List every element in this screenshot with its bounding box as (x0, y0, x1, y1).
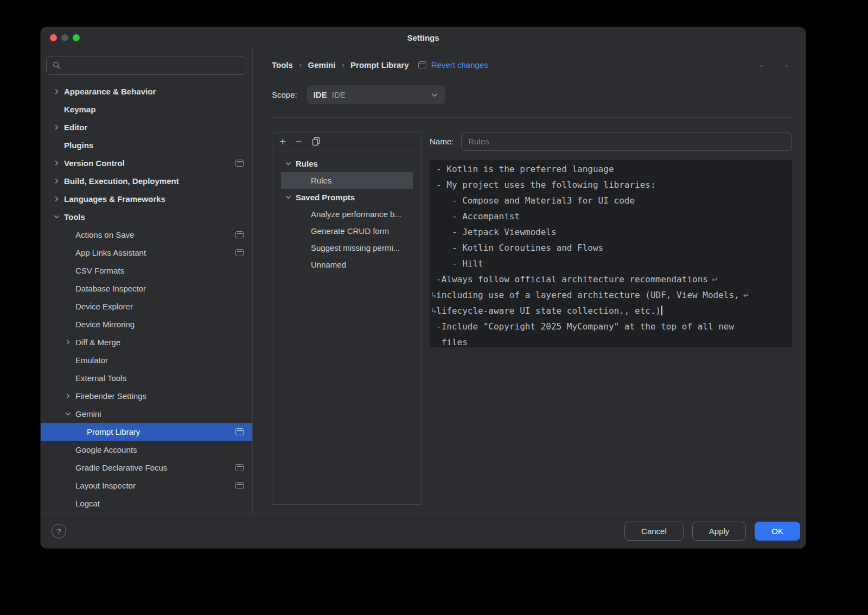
sidebar-item-prompt-library[interactable]: Prompt Library (41, 423, 252, 441)
name-input[interactable]: Rules (461, 132, 792, 151)
prompt-item-generate-crud-form[interactable]: Generate CRUD form (272, 223, 422, 239)
window-title: Settings (407, 33, 439, 42)
prompt-editor[interactable]: - Kotlin is the preferred language- My p… (430, 160, 792, 347)
sidebar-item-label: Actions on Save (75, 230, 235, 239)
sidebar-item-appearance-behavior[interactable]: Appearance & Behavior (41, 83, 252, 100)
sidebar-item-firebender-settings[interactable]: Firebender Settings (41, 387, 252, 405)
close-button[interactable] (50, 34, 57, 41)
editor-line-text: including use of a layered architecture … (436, 290, 739, 300)
copy-icon (311, 137, 321, 146)
settings-content: Tools›Gemini›Prompt Library Revert chang… (253, 48, 806, 513)
prompt-item-suggest-missing-permi[interactable]: Suggest missing permi... (272, 239, 422, 256)
chevron-down-icon[interactable] (53, 213, 64, 221)
sidebar-item-label: Layout Inspector (75, 481, 235, 490)
chevron-right-icon[interactable] (64, 338, 75, 346)
sidebar-item-layout-inspector[interactable]: Layout Inspector (41, 477, 252, 494)
chevron-right-icon[interactable] (53, 159, 64, 167)
chevron-right-icon[interactable] (53, 123, 64, 131)
ide-window-icon (235, 428, 244, 435)
sidebar-item-label: Device Explorer (75, 302, 244, 311)
sidebar-item-label: Device Mirroring (75, 320, 244, 329)
breadcrumb-item-tools[interactable]: Tools (272, 60, 293, 69)
sidebar-item-emulator[interactable]: Emulator (41, 351, 252, 369)
prompt-group-saved-prompts[interactable]: Saved Prompts (272, 189, 422, 206)
prompt-item-rules[interactable]: Rules (281, 172, 413, 189)
ide-window-icon (235, 482, 244, 489)
prompt-group-rules[interactable]: Rules (272, 155, 422, 172)
sidebar-item-label: Database Inspector (75, 284, 244, 293)
editor-line-text: - Jetpack Viewmodels (436, 227, 557, 237)
soft-wrap-icon: ↳ (431, 287, 437, 303)
sidebar-item-diff-merge[interactable]: Diff & Merge (41, 333, 252, 351)
sidebar-item-tools[interactable]: Tools (41, 208, 252, 226)
sidebar-item-label: Languages & Frameworks (64, 194, 244, 204)
scope-select[interactable]: IDE IDE (307, 85, 445, 104)
ide-window-icon (235, 464, 244, 471)
sidebar-item-gemini[interactable]: Gemini (41, 405, 252, 423)
sidebar-item-label: Gradle Declarative Focus (75, 463, 235, 472)
sidebar-item-label: App Links Assistant (75, 248, 235, 257)
chevron-down-icon[interactable] (64, 410, 75, 418)
sidebar-item-label: Plugins (64, 141, 244, 150)
prompt-item-unnamed[interactable]: Unnamed (272, 256, 422, 273)
ok-button[interactable]: OK (755, 522, 800, 541)
editor-line-text: - Hilt (436, 258, 483, 269)
breadcrumb: Tools›Gemini›Prompt Library (272, 60, 409, 69)
chevron-right-icon[interactable] (64, 392, 75, 400)
sidebar-item-plugins[interactable]: Plugins (41, 136, 252, 154)
sidebar-item-languages-frameworks[interactable]: Languages & Frameworks (41, 190, 252, 208)
sidebar-item-label: Emulator (75, 356, 244, 365)
breadcrumb-item-prompt-library[interactable]: Prompt Library (350, 60, 409, 69)
sidebar-item-gradle-declarative-focus[interactable]: Gradle Declarative Focus (41, 459, 252, 477)
settings-search-input[interactable] (46, 56, 246, 75)
scope-hint: IDE (332, 90, 346, 99)
sidebar-item-google-accounts[interactable]: Google Accounts (41, 441, 252, 459)
revert-changes-link[interactable]: Revert changes (431, 60, 488, 69)
duplicate-prompt-button[interactable] (311, 137, 321, 146)
editor-line-text: - Compose and Material3 for UI code (436, 195, 635, 206)
breadcrumb-item-gemini[interactable]: Gemini (308, 60, 336, 69)
minimize-button[interactable] (61, 34, 68, 41)
editor-line-text: lifecycle-aware UI state collection., et… (436, 306, 661, 316)
sidebar-item-keymap[interactable]: Keymap (41, 100, 252, 118)
chevron-down-icon[interactable] (284, 193, 296, 201)
editor-line: -Always follow official architecture rec… (436, 271, 786, 287)
settings-window: Settings Appearance & BehaviorKeymapEdit… (41, 27, 806, 548)
prompt-group-label: Rules (296, 159, 318, 168)
breadcrumb-separator-icon: › (341, 60, 344, 69)
prompt-item-analyze-performance-b[interactable]: Analyze performance b... (272, 206, 422, 223)
back-arrow-button[interactable]: ← (758, 59, 768, 71)
remove-prompt-button[interactable]: − (295, 136, 302, 147)
chevron-right-icon[interactable] (53, 87, 64, 96)
desktop-background: { "window": { "title": "Settings" }, "si… (0, 0, 868, 615)
sidebar-item-external-tools[interactable]: External Tools (41, 369, 252, 387)
sidebar-item-device-mirroring[interactable]: Device Mirroring (41, 315, 252, 333)
add-prompt-button[interactable]: + (279, 136, 286, 147)
editor-line-text: - Accompanist (436, 211, 520, 221)
chevron-right-icon[interactable] (53, 195, 64, 203)
ide-window-icon (235, 231, 244, 238)
sidebar-item-app-links-assistant[interactable]: App Links Assistant (41, 244, 252, 262)
sidebar-item-database-inspector[interactable]: Database Inspector (41, 280, 252, 297)
chevron-right-icon[interactable] (53, 177, 64, 185)
main-area: Appearance & BehaviorKeymapEditorPlugins… (41, 48, 806, 513)
maximize-button[interactable] (73, 34, 80, 41)
sidebar-item-label: External Tools (75, 373, 244, 383)
cancel-button[interactable]: Cancel (624, 522, 684, 541)
sidebar-item-logcat[interactable]: Logcat (41, 494, 252, 512)
sidebar-item-editor[interactable]: Editor (41, 118, 252, 136)
sidebar-item-version-control[interactable]: Version Control (41, 154, 252, 172)
forward-arrow-button[interactable]: → (780, 59, 790, 71)
settings-sidebar: Appearance & BehaviorKeymapEditorPlugins… (41, 48, 253, 513)
editor-line: - Kotlin Coroutines and Flows (436, 240, 786, 256)
sidebar-item-device-explorer[interactable]: Device Explorer (41, 297, 252, 315)
help-button[interactable]: ? (52, 524, 66, 538)
sidebar-item-actions-on-save[interactable]: Actions on Save (41, 226, 252, 244)
sidebar-item-build-execution-deployment[interactable]: Build, Execution, Deployment (41, 172, 252, 190)
history-nav: ← → (758, 59, 790, 71)
chevron-down-icon[interactable] (284, 160, 296, 168)
prompt-group-label: Saved Prompts (296, 193, 355, 202)
apply-button[interactable]: Apply (692, 522, 746, 541)
sidebar-item-csv-formats[interactable]: CSV Formats (41, 262, 252, 280)
editor-line: ↳including use of a layered architecture… (436, 287, 786, 303)
